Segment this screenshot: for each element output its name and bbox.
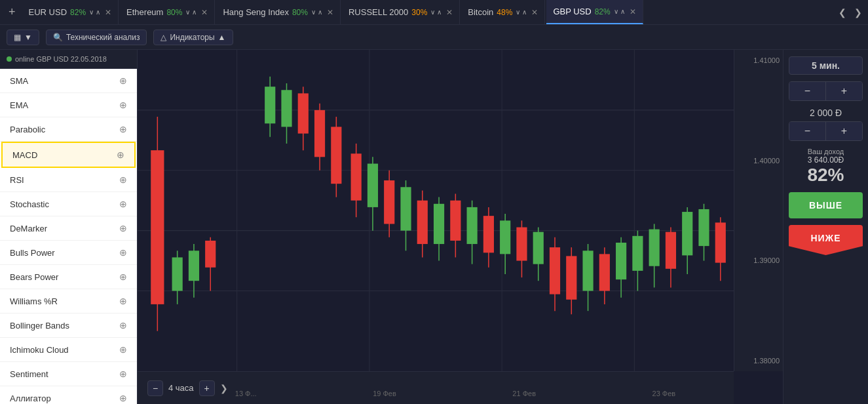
indicator-label-ema: EMA	[10, 100, 28, 110]
trade-down-button[interactable]: НИЖЕ	[789, 225, 863, 255]
indicator-item-williams[interactable]: Williams %R ⊕	[0, 289, 137, 313]
tab-russell-close[interactable]: ✕	[446, 8, 453, 17]
indicator-label-parabolic: Parabolic	[10, 125, 45, 134]
tab-bitcoin-percent: 48%	[497, 8, 512, 17]
time-increment-button[interactable]: +	[826, 82, 862, 100]
svg-rect-13	[189, 251, 199, 281]
price-axis: 1.41000 1.40000 1.39000 1.38000	[734, 50, 783, 371]
indicator-item-rsi[interactable]: RSI ⊕	[0, 168, 137, 192]
indicator-add-icon-rsi[interactable]: ⊕	[119, 174, 127, 185]
chart-area: 1.41000 1.40000 1.39000 1.38000 − 4 часа…	[138, 50, 783, 404]
tab-ethereum-close[interactable]: ✕	[201, 8, 208, 17]
tab-bitcoin[interactable]: Bitcoin 48% ∨∧ ✕	[461, 0, 545, 24]
svg-rect-43	[483, 216, 494, 253]
tab-bitcoin-label: Bitcoin	[468, 7, 493, 17]
svg-rect-17	[265, 87, 275, 123]
technical-analysis-button[interactable]: 🔍 Технический анализ	[46, 30, 147, 45]
indicator-item-bears_power[interactable]: Bears Power ⊕	[0, 265, 137, 289]
indicators-button[interactable]: △ Индикаторы ▲	[153, 30, 233, 45]
svg-rect-19	[281, 90, 292, 127]
tab-hangseng[interactable]: Hang Seng Index 80% ∨∧ ✕	[216, 0, 341, 24]
tab-bitcoin-close[interactable]: ✕	[531, 8, 538, 17]
indicator-label-alligator: Аллигатор	[10, 394, 51, 403]
candlestick-chart	[138, 50, 734, 371]
indicator-item-alligator[interactable]: Аллигатор ⊕	[0, 386, 137, 404]
indicator-item-macd[interactable]: MACD ⊕	[1, 142, 136, 168]
indicator-label-rsi: RSI	[10, 175, 24, 185]
svg-rect-69	[698, 209, 709, 246]
tab-ethereum-label: Ethereum	[126, 7, 163, 17]
price-label-1: 1.41000	[738, 56, 780, 64]
svg-rect-35	[417, 201, 428, 244]
indicator-add-icon-stochastic[interactable]: ⊕	[119, 199, 127, 209]
indicator-item-sentiment[interactable]: Sentiment ⊕	[0, 362, 137, 386]
tab-ethereum[interactable]: Ethereum 80% ∨∧ ✕	[120, 0, 215, 24]
indicator-add-icon-williams[interactable]: ⊕	[119, 296, 127, 306]
indicator-add-icon-ema[interactable]: ⊕	[119, 100, 127, 110]
main-area: online GBP USD 22.05.2018 SMA ⊕ EMA ⊕ Pa…	[0, 50, 868, 404]
amount-increment-button[interactable]: +	[826, 122, 862, 140]
indicator-add-icon-bulls_power[interactable]: ⊕	[119, 247, 127, 258]
tab-eurusd-close[interactable]: ✕	[105, 8, 111, 17]
tab-gbpusd-label: GBP USD	[553, 7, 591, 16]
amount-stepper[interactable]: − +	[789, 121, 863, 141]
indicator-add-icon-sentiment[interactable]: ⊕	[119, 369, 127, 379]
nav-next-button[interactable]: ❯	[852, 5, 865, 20]
svg-rect-15	[205, 241, 216, 268]
indicator-add-icon-parabolic[interactable]: ⊕	[119, 124, 127, 134]
svg-rect-67	[682, 212, 692, 255]
indicator-item-bulls_power[interactable]: Bulls Power ⊕	[0, 241, 137, 265]
indicator-add-icon-bears_power[interactable]: ⊕	[119, 272, 127, 282]
svg-rect-23	[314, 110, 325, 157]
time-decrement-button[interactable]: −	[789, 82, 825, 100]
price-label-4: 1.38000	[738, 357, 780, 365]
indicator-item-demarker[interactable]: DeMarker ⊕	[0, 216, 137, 241]
indicator-item-bollinger[interactable]: Bollinger Bands ⊕	[0, 313, 137, 338]
indicator-item-ichimoku[interactable]: Ichimoku Cloud ⊕	[0, 338, 137, 362]
price-label-3: 1.39000	[738, 256, 780, 264]
svg-rect-37	[434, 204, 444, 244]
trade-up-button[interactable]: ВЫШЕ	[789, 192, 863, 218]
date-label-2: 19 Фев	[373, 390, 396, 397]
tab-gbpusd-close[interactable]: ✕	[630, 7, 636, 16]
svg-rect-31	[384, 180, 394, 224]
indicator-add-icon-bollinger[interactable]: ⊕	[119, 320, 127, 331]
indicator-label-ichimoku: Ichimoku Cloud	[10, 345, 69, 355]
tab-russell-label: RUSSELL 2000	[349, 7, 408, 17]
add-tab-button[interactable]: +	[3, 5, 21, 19]
online-dot	[7, 56, 12, 62]
indicator-item-parabolic[interactable]: Parabolic ⊕	[0, 117, 137, 142]
svg-rect-51	[550, 247, 560, 294]
tab-gbpusd[interactable]: GBP USD 82% ∨∧ ✕	[546, 0, 643, 24]
indicator-add-icon-demarker[interactable]: ⊕	[119, 223, 127, 233]
amount-decrement-button[interactable]: −	[789, 122, 825, 140]
nav-prev-button[interactable]: ❮	[836, 5, 849, 20]
indicator-add-icon-macd[interactable]: ⊕	[117, 150, 124, 160]
indicator-label-bollinger: Bollinger Bands	[10, 321, 69, 331]
indicator-label-macd: MACD	[12, 150, 37, 160]
chart-type-chevron: ▼	[24, 33, 32, 42]
tab-hangseng-close[interactable]: ✕	[327, 8, 333, 17]
svg-rect-39	[450, 201, 461, 241]
indicator-add-icon-sma[interactable]: ⊕	[119, 75, 127, 86]
time-minus-button[interactable]: −	[147, 380, 163, 396]
indicator-item-stochastic[interactable]: Stochastic ⊕	[0, 192, 137, 216]
date-labels: 13 Ф... 19 Фев 21 Фев 23 Фев	[177, 390, 734, 397]
tab-eurusd[interactable]: EUR USD 82% ∨∧ ✕	[22, 0, 119, 24]
svg-rect-25	[331, 127, 341, 184]
chart-type-button[interactable]: ▦ ▼	[7, 30, 39, 45]
time-stepper[interactable]: − +	[789, 81, 863, 101]
analysis-label: Технический анализ	[66, 33, 140, 42]
indicators-dropdown[interactable]: SMA ⊕ EMA ⊕ Parabolic ⊕ MACD ⊕ RSI ⊕ Sto…	[0, 69, 137, 404]
indicator-add-icon-ichimoku[interactable]: ⊕	[119, 344, 127, 355]
svg-rect-53	[566, 256, 576, 299]
svg-rect-63	[649, 230, 660, 266]
tab-russell[interactable]: RUSSELL 2000 30% ∨∧ ✕	[342, 0, 460, 24]
tab-hangseng-label: Hang Seng Index	[223, 7, 288, 17]
svg-rect-49	[533, 232, 544, 264]
indicator-item-ema[interactable]: EMA ⊕	[0, 93, 137, 117]
indicator-add-icon-alligator[interactable]: ⊕	[119, 393, 127, 403]
indicator-label-bulls_power: Bulls Power	[10, 248, 55, 258]
indicator-item-sma[interactable]: SMA ⊕	[0, 69, 137, 93]
time-axis: − 4 часа + ❯ 13 Ф... 19 Фев 21 Фев 23 Фе…	[138, 371, 734, 404]
